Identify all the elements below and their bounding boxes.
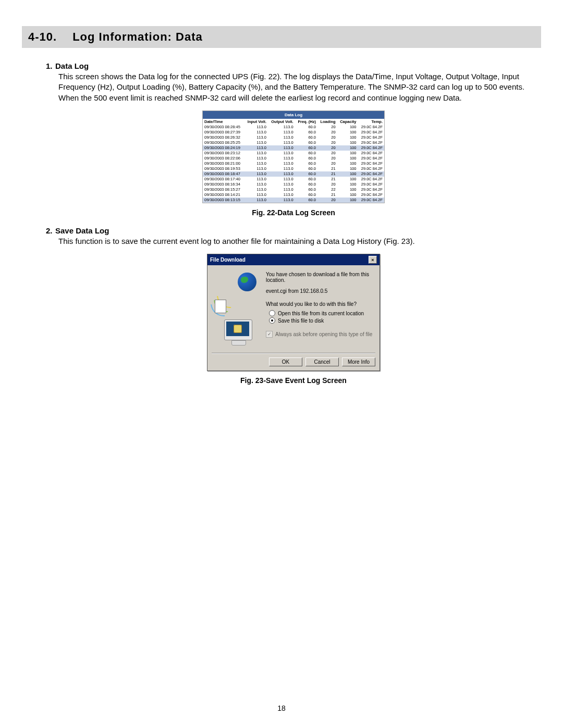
table-row: 09/30/2003 08:21:00113.0113.060.02010029… <box>203 161 385 166</box>
table-row: 09/30/2003 08:23:12113.0113.060.02010029… <box>203 151 385 156</box>
ok-button[interactable]: OK <box>269 357 302 366</box>
radio-icon <box>269 310 275 316</box>
figure-22-caption: Fig. 22-Data Log Screen <box>46 208 541 217</box>
checkbox-always-ask: ✓ Always ask before opening this type of… <box>266 331 375 338</box>
table-row: 09/30/2003 08:18:47113.0113.060.02110029… <box>203 171 385 177</box>
column-header: Temp. <box>358 119 384 125</box>
dialog-question: What would you like to do with this file… <box>266 301 375 307</box>
table-row: 09/30/2003 08:19:53113.0113.060.02110029… <box>203 166 385 171</box>
column-header: Loading <box>317 119 337 125</box>
column-header: Date/Time <box>203 119 244 125</box>
radio-open-file[interactable]: Open this file from its current location <box>269 310 375 316</box>
table-row: 09/30/2003 08:13:15113.0113.060.02010029… <box>203 198 385 203</box>
checkbox-icon: ✓ <box>266 331 273 338</box>
table-row: 09/30/2003 08:25:25113.0113.060.02010029… <box>203 140 385 145</box>
table-row: 09/30/2003 08:17:40113.0113.060.02110029… <box>203 177 385 182</box>
subsection-2-body: This function is to save the current eve… <box>58 236 541 246</box>
table-row: 09/30/2003 08:22:06113.0113.060.02010029… <box>203 156 385 161</box>
close-icon[interactable]: × <box>369 256 377 264</box>
column-header: Input Volt. <box>244 119 268 125</box>
cancel-button[interactable]: Cancel <box>305 357 339 366</box>
data-log-title: Data Log <box>203 110 385 119</box>
more-info-button[interactable]: More Info <box>342 357 375 366</box>
dialog-message: You have chosen to download a file from … <box>266 272 375 283</box>
subsection-1-heading: 1.Data Log <box>46 61 541 70</box>
dialog-title: File Download <box>210 257 246 263</box>
radio-save-file[interactable]: Save this file to disk <box>269 317 375 324</box>
download-illustration-icon <box>212 269 264 348</box>
radio-icon <box>269 317 275 324</box>
section-title: Log Information: Data <box>72 30 203 44</box>
table-row: 09/30/2003 08:15:27113.0113.060.02210029… <box>203 187 385 192</box>
section-number: 4-10. <box>28 30 57 44</box>
subsection-1-body: This screen shows the Data log for the c… <box>58 71 541 103</box>
table-row: 09/30/2003 08:28:45113.0113.060.02010029… <box>203 125 385 130</box>
subsection-2-heading: 2.Save Data Log <box>46 226 541 235</box>
table-row: 09/30/2003 08:24:19113.0113.060.02010029… <box>203 145 385 151</box>
section-header: 4-10. Log Information: Data <box>22 26 541 48</box>
column-header: Capacity <box>337 119 358 125</box>
data-log-table: Data Log Date/TimeInput Volt.Output Volt… <box>202 110 385 203</box>
page-number: 18 <box>0 704 563 712</box>
dialog-source: event.cgi from 192.168.0.5 <box>266 288 375 294</box>
column-header: Output Volt. <box>268 119 295 125</box>
figure-23-caption: Fig. 23-Save Event Log Screen <box>46 376 541 385</box>
table-row: 09/30/2003 08:14:21113.0113.060.02110029… <box>203 192 385 198</box>
table-row: 09/30/2003 08:16:34113.0113.060.02010029… <box>203 182 385 187</box>
column-header: Freq. (Hz) <box>295 119 317 125</box>
table-row: 09/30/2003 08:27:39113.0113.060.02010029… <box>203 130 385 135</box>
table-row: 09/30/2003 08:26:32113.0113.060.02010029… <box>203 135 385 140</box>
file-download-dialog: File Download × You have chosen to downl… <box>207 254 380 371</box>
